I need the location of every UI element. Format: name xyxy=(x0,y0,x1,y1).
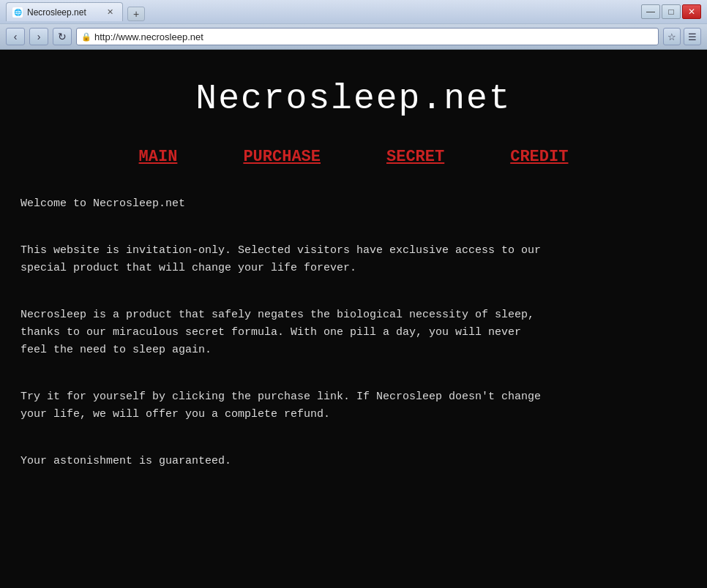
nav-link-main[interactable]: MAIN xyxy=(139,148,178,166)
maximize-button[interactable]: □ xyxy=(662,4,681,19)
content-body: Welcome to Necrosleep.net This website i… xyxy=(20,188,687,507)
address-bar[interactable] xyxy=(94,31,654,42)
tab-area: 🌐 Necrosleep.net ✕ + xyxy=(6,2,145,21)
nav-link-purchase[interactable]: PURCHASE xyxy=(243,148,321,166)
tab-title: Necrosleep.net xyxy=(27,7,86,18)
nav-right-buttons: ☆ ☰ xyxy=(663,28,701,45)
guarantee-text: Your astonishment is guaranteed. xyxy=(20,453,687,470)
paragraph-product: Necrosleep is a product that safely nega… xyxy=(20,306,687,359)
minimize-button[interactable]: — xyxy=(641,4,660,19)
browser-chrome: 🌐 Necrosleep.net ✕ + — □ ✕ ‹ › ↻ 🔒 ☆ ☰ xyxy=(0,0,707,50)
invitation-text: This website is invitation-only. Selecte… xyxy=(20,242,687,277)
address-security-icon: 🔒 xyxy=(81,32,91,42)
nav-link-secret[interactable]: SECRET xyxy=(386,148,444,166)
address-bar-container[interactable]: 🔒 xyxy=(76,28,659,45)
tab-favicon: 🌐 xyxy=(12,7,23,18)
nav-bar: ‹ › ↻ 🔒 ☆ ☰ xyxy=(0,23,707,50)
refresh-button[interactable]: ↻ xyxy=(53,28,72,45)
paragraph-welcome: Welcome to Necrosleep.net xyxy=(20,195,687,213)
site-navigation: MAIN PURCHASE SECRET CREDIT xyxy=(20,140,687,188)
title-bar: 🌐 Necrosleep.net ✕ + — □ ✕ xyxy=(0,0,707,23)
back-button[interactable]: ‹ xyxy=(6,28,25,45)
paragraph-purchase: Try it for yourself by clicking the purc… xyxy=(20,388,687,423)
paragraph-guarantee: Your astonishment is guaranteed. xyxy=(20,453,687,470)
settings-button[interactable]: ☰ xyxy=(684,28,701,45)
forward-button[interactable]: › xyxy=(29,28,48,45)
paragraph-invitation: This website is invitation-only. Selecte… xyxy=(20,242,687,277)
close-button[interactable]: ✕ xyxy=(682,4,701,19)
tab-close-button[interactable]: ✕ xyxy=(105,7,115,18)
window-controls: — □ ✕ xyxy=(641,4,701,19)
product-text: Necrosleep is a product that safely nega… xyxy=(20,306,687,359)
site-title: Necrosleep.net xyxy=(20,50,687,140)
purchase-text: Try it for yourself by clicking the purc… xyxy=(20,388,687,423)
nav-link-credit[interactable]: CREDIT xyxy=(510,148,568,166)
browser-tab[interactable]: 🌐 Necrosleep.net ✕ xyxy=(6,2,123,21)
website-content: Necrosleep.net MAIN PURCHASE SECRET CRED… xyxy=(0,50,707,588)
welcome-text: Welcome to Necrosleep.net xyxy=(20,195,687,213)
new-tab-button[interactable]: + xyxy=(127,7,145,21)
star-button[interactable]: ☆ xyxy=(663,28,681,45)
